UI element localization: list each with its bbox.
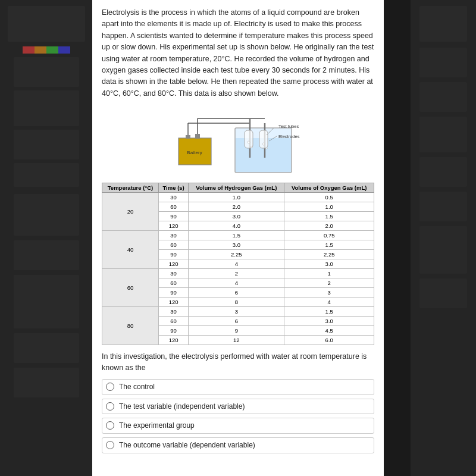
table-row-time: 60 <box>158 278 188 288</box>
table-row-time: 60 <box>158 240 188 250</box>
option-b[interactable]: The test variable (independent variable) <box>102 399 374 415</box>
radio-b <box>106 402 114 411</box>
table-row-h2: 9 <box>189 326 284 336</box>
option-d[interactable]: The outcome variable (dependent variable… <box>102 437 374 453</box>
table-row-time: 30 <box>158 193 188 202</box>
table-row-o2: 1.0 <box>284 202 374 212</box>
table-row-o2: 4.5 <box>284 326 374 336</box>
page-container: Electrolysis is the process in which the… <box>0 0 476 476</box>
svg-rect-2 <box>186 135 190 139</box>
table-row-time: 120 <box>158 221 188 231</box>
table-row-time: 60 <box>158 202 188 212</box>
table-row-time: 60 <box>158 317 188 326</box>
data-table: Temperature (°C) Time (s) Volume of Hydr… <box>102 183 374 345</box>
table-row-h2: 4 <box>189 259 284 269</box>
diagram-container: Battery <box>102 105 374 177</box>
table-row-temp: 20 <box>102 193 159 231</box>
table-row-h2: 3.0 <box>189 212 284 221</box>
table-row-o2: 4 <box>284 298 374 307</box>
svg-point-17 <box>266 148 268 149</box>
left-panel <box>0 0 92 476</box>
table-row-h2: 2.25 <box>189 250 284 259</box>
table-row-h2: 6 <box>189 288 284 298</box>
table-row-o2: 1.5 <box>284 240 374 250</box>
table-row-o2: 0.75 <box>284 231 374 240</box>
radio-d <box>106 441 114 449</box>
table-row-o2: 2.25 <box>284 250 374 259</box>
table-row-h2: 8 <box>189 298 284 307</box>
svg-rect-12 <box>245 130 253 148</box>
table-row-time: 90 <box>158 250 188 259</box>
svg-text:Electrodes: Electrodes <box>278 134 300 139</box>
table-row-time: 90 <box>158 288 188 298</box>
passage-text: Electrolysis is the process in which the… <box>102 7 374 99</box>
svg-rect-3 <box>195 134 200 139</box>
table-row-temp: 80 <box>102 307 159 345</box>
table-row-time: 30 <box>158 231 188 240</box>
table-row-temp: 40 <box>102 231 159 269</box>
table-row-o2: 1 <box>284 269 374 278</box>
table-row-o2: 2.0 <box>284 221 374 231</box>
question-text: In this investigation, the electrolysis … <box>102 351 374 374</box>
main-content: Electrolysis is the process in which the… <box>92 0 384 476</box>
table-row-time: 30 <box>158 269 188 278</box>
table-row-time: 120 <box>158 298 188 307</box>
option-label-b: The test variable (independent variable) <box>119 402 245 412</box>
table-row-time: 120 <box>158 259 188 269</box>
table-row-time: 30 <box>158 307 188 317</box>
table-row-h2: 4 <box>189 278 284 288</box>
table-row-h2: 4.0 <box>189 221 284 231</box>
table-row-h2: 1.5 <box>189 231 284 240</box>
table-row-o2: 0.5 <box>284 193 374 202</box>
table-row-o2: 3.0 <box>284 259 374 269</box>
answer-options: The controlThe test variable (independen… <box>102 379 374 453</box>
table-row-h2: 3 <box>189 307 284 317</box>
table-row-temp: 60 <box>102 269 159 307</box>
col-header-temp: Temperature (°C) <box>102 183 159 193</box>
table-row-o2: 1.5 <box>284 307 374 317</box>
electrolysis-diagram: Battery <box>173 105 303 177</box>
svg-text:Test tubes: Test tubes <box>278 124 299 129</box>
table-row-time: 90 <box>158 326 188 336</box>
radio-a <box>106 383 114 391</box>
svg-point-16 <box>262 143 265 145</box>
table-row-o2: 3.0 <box>284 317 374 326</box>
svg-text:Battery: Battery <box>187 150 202 155</box>
table-row-h2: 1.0 <box>189 193 284 202</box>
col-header-time: Time (s) <box>158 183 188 193</box>
radio-c <box>106 421 114 430</box>
table-row-time: 120 <box>158 336 188 345</box>
svg-rect-13 <box>259 130 268 148</box>
table-row-h2: 12 <box>189 336 284 345</box>
col-header-o2: Volume of Oxygen Gas (mL) <box>284 183 374 193</box>
option-label-d: The outcome variable (dependent variable… <box>119 440 255 450</box>
option-a[interactable]: The control <box>102 379 374 395</box>
table-row-h2: 3.0 <box>189 240 284 250</box>
right-panel <box>411 0 476 476</box>
table-row-time: 90 <box>158 212 188 221</box>
svg-point-14 <box>248 141 250 143</box>
option-label-c: The experimental group <box>119 421 195 431</box>
option-c[interactable]: The experimental group <box>102 418 374 434</box>
table-row-h2: 6 <box>189 317 284 326</box>
col-header-h2: Volume of Hydrogen Gas (mL) <box>189 183 284 193</box>
table-row-o2: 1.5 <box>284 212 374 221</box>
option-label-a: The control <box>119 382 155 392</box>
table-row-h2: 2 <box>189 269 284 278</box>
table-row-o2: 3 <box>284 288 374 298</box>
table-row-h2: 2.0 <box>189 202 284 212</box>
table-row-o2: 2 <box>284 278 374 288</box>
table-row-o2: 6.0 <box>284 336 374 345</box>
svg-point-15 <box>251 146 253 148</box>
